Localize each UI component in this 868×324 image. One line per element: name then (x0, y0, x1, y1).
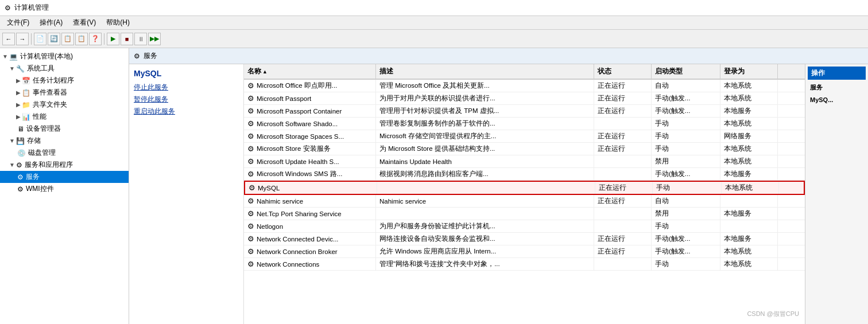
label-devmgr: 设备管理器 (26, 124, 61, 134)
play-button[interactable]: ▶ (107, 33, 119, 45)
cell-startup: 手动(触发... (652, 168, 720, 180)
menu-help[interactable]: 帮助(H) (102, 17, 134, 29)
label-shares: 共享文件夹 (33, 100, 67, 110)
table-row[interactable]: ⚙Network Connection Broker允许 Windows 应用商… (244, 245, 805, 258)
tree-item-sys[interactable]: ▼ 🔧 系统工具 (0, 63, 129, 75)
show-hide-button[interactable]: 📄 (34, 33, 46, 45)
help-button[interactable]: ❓ (89, 33, 102, 45)
table-row[interactable]: ⚙Network Connected Devic...网络连接设备自动安装服务会… (244, 233, 805, 245)
cell-logon: 本地服务 (720, 105, 778, 117)
play2-button[interactable]: ▶▶ (148, 33, 161, 45)
gear-icon: ⚙ (247, 170, 254, 178)
pause-button[interactable]: ⏸ (134, 33, 147, 45)
table-row[interactable]: ⚙Microsoft Update Health S...Maintains U… (244, 155, 805, 168)
tree-item-svcapp[interactable]: ▼ ⚙ 服务和应用程序 (0, 159, 129, 171)
export-button[interactable]: 📋 (61, 33, 74, 45)
properties-button[interactable]: 📋 (75, 33, 88, 45)
label-tasks: 任务计划程序 (33, 76, 74, 85)
table-row[interactable]: ⚙Netlogon为用户和服务身份验证维护此计算机...手动 (244, 220, 805, 233)
cell-status (594, 168, 652, 180)
actions-service-label: 服务 (808, 82, 866, 93)
cell-status (594, 220, 652, 232)
gear-icon: ⚙ (247, 119, 254, 128)
menu-view[interactable]: 查看(V) (68, 17, 100, 29)
stop-button[interactable]: ■ (121, 33, 133, 45)
icon-tasks: 📅 (22, 77, 30, 85)
table-row[interactable]: ⚙Microsoft Store 安装服务为 Microsoft Store 提… (244, 143, 805, 155)
icon-root: 💻 (9, 53, 18, 61)
table-row[interactable]: ⚙Nahimic serviceNahimic service正在运行自动 (244, 195, 805, 208)
tree-item-diskmgr[interactable]: 💿 磁盘管理 (0, 147, 129, 159)
arrow-storage: ▼ (9, 138, 15, 144)
cell-name: ⚙MySQL (245, 182, 377, 194)
label-wmi: WMI控件 (26, 184, 54, 194)
cell-startup: 手动 (652, 118, 720, 130)
service-header-icon: ⚙ (134, 52, 140, 60)
cell-status: 正在运行 (594, 92, 652, 104)
col-status[interactable]: 状态 (594, 64, 652, 79)
cell-status: 正在运行 (594, 233, 652, 245)
tree-item-perf[interactable]: ▶ 📊 性能 (0, 111, 129, 123)
actions-panel: 操作 服务 MySQ... (805, 64, 868, 324)
table-area: 名称 ▲ 描述 状态 启动类型 登录为 (244, 64, 805, 324)
col-logon[interactable]: 登录为 (720, 64, 778, 79)
table-row[interactable]: ⚙MySQL正在运行手动本地系统 (244, 181, 805, 195)
title-bar: ⚙ 计算机管理 (0, 0, 868, 16)
label-root: 计算机管理(本地) (20, 52, 73, 61)
cell-startup: 禁用 (652, 155, 720, 167)
table-row[interactable]: ⚙Microsoft Office 即点即用...管理 Microsoft Of… (244, 80, 805, 92)
table-row[interactable]: ⚙Network Connections管理"网络和拨号连接"文件夹中对象，..… (244, 258, 805, 271)
col-name[interactable]: 名称 ▲ (244, 64, 376, 79)
gear-icon: ⚙ (249, 184, 255, 192)
cell-status (594, 118, 652, 130)
cell-name: ⚙Network Connection Broker (244, 245, 376, 257)
cell-desc: 提供通过 net.tcp 协议共享 TCP 端口的功能。 (376, 208, 594, 220)
tree-item-tasks[interactable]: ▶ 📅 任务计划程序 (0, 75, 129, 87)
table-row[interactable]: ⚙Microsoft Windows SMS 路...根据视则将消息路由到相应客… (244, 168, 805, 181)
tree-item-events[interactable]: ▶ 📋 事件查看器 (0, 87, 129, 99)
tree-item-devmgr[interactable]: 🖥 设备管理器 (0, 123, 129, 135)
gear-icon: ⚙ (247, 209, 254, 218)
arrow-perf: ▶ (16, 114, 21, 120)
restart-link[interactable]: 重启动此服务 (134, 107, 239, 116)
label-storage: 存储 (27, 136, 41, 146)
tree-item-wmi[interactable]: ⚙ WMI控件 (0, 183, 129, 195)
menu-file[interactable]: 文件(F) (2, 17, 34, 29)
cell-logon: 本地服务 (720, 168, 778, 180)
label-sys: 系统工具 (27, 64, 55, 73)
tree-item-storage[interactable]: ▼ 💾 存储 (0, 135, 129, 147)
icon-shares: 📁 (22, 101, 30, 109)
table-row[interactable]: ⚙Microsoft Software Shado...管理卷影复制服务制作的基… (244, 118, 805, 130)
forward-button[interactable]: → (16, 33, 29, 45)
table-row[interactable]: ⚙Microsoft Passport Container管理用于针对标识提供者… (244, 105, 805, 118)
icon-storage: 💾 (16, 137, 25, 145)
gear-icon: ⚙ (247, 197, 254, 205)
cell-logon: 本地系统 (720, 92, 778, 104)
stop-link[interactable]: 停止此服务 (134, 83, 239, 92)
table-row[interactable]: ⚙Microsoft Passport为用于对用户关联的标识提供者进行...正在… (244, 92, 805, 105)
menu-action[interactable]: 操作(A) (35, 17, 67, 29)
refresh-button[interactable]: 🔄 (48, 33, 60, 45)
cell-status: 正在运行 (595, 182, 653, 194)
cell-name: ⚙Microsoft Office 即点即用... (244, 80, 376, 92)
tree-item-shares[interactable]: ▶ 📁 共享文件夹 (0, 99, 129, 111)
cell-desc: Microsoft 存储空间管理提供程序的主... (376, 130, 594, 142)
pause-link[interactable]: 暂停此服务 (134, 95, 239, 104)
table-row[interactable]: ⚙Microsoft Storage Spaces S...Microsoft … (244, 130, 805, 143)
cell-name: ⚙Netlogon (244, 220, 376, 232)
tree-item-root[interactable]: ▼ 💻 计算机管理(本地) (0, 50, 129, 63)
cell-logon: 本地服务 (720, 233, 778, 245)
cell-startup: 手动 (653, 182, 722, 194)
col-startup[interactable]: 启动类型 (652, 64, 720, 79)
icon-svcapp: ⚙ (16, 161, 22, 169)
col-desc[interactable]: 描述 (376, 64, 594, 79)
tree-item-services[interactable]: ⚙ 服务 (0, 171, 129, 183)
table-row[interactable]: ⚙Net.Tcp Port Sharing Service提供通过 net.tc… (244, 208, 805, 220)
cell-startup: 手动(触发... (652, 105, 720, 117)
service-header: ⚙ 服务 (129, 48, 868, 64)
cell-desc: 管理 Microsoft Office 及其相关更新... (376, 80, 594, 92)
cell-desc: 为用于对用户关联的标识提供者进行... (376, 92, 594, 104)
cell-logon: 本地系统 (722, 182, 779, 194)
cell-startup: 手动(触发... (652, 233, 720, 245)
back-button[interactable]: ← (2, 33, 15, 45)
